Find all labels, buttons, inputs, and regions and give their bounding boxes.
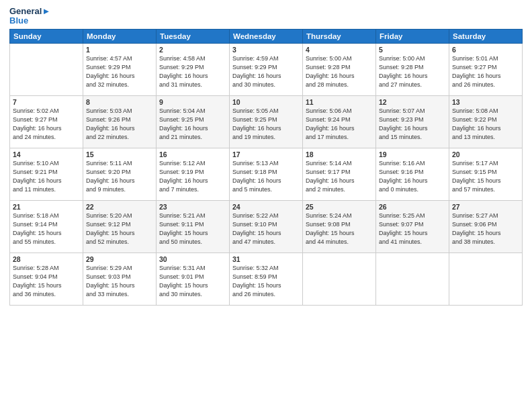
calendar-cell: 7Sunrise: 5:02 AM Sunset: 9:27 PM Daylig…: [10, 95, 83, 148]
calendar-cell: 2Sunrise: 4:58 AM Sunset: 9:29 PM Daylig…: [157, 43, 230, 95]
day-info: Sunrise: 5:29 AM Sunset: 9:03 PM Dayligh…: [86, 264, 153, 299]
calendar-cell: [303, 253, 376, 305]
calendar-cell: 24Sunrise: 5:22 AM Sunset: 9:10 PM Dayli…: [230, 200, 303, 253]
day-info: Sunrise: 5:20 AM Sunset: 9:12 PM Dayligh…: [86, 212, 153, 246]
day-info: Sunrise: 5:03 AM Sunset: 9:26 PM Dayligh…: [86, 107, 153, 142]
day-number: 11: [306, 98, 373, 106]
day-info: Sunrise: 5:10 AM Sunset: 9:21 PM Dayligh…: [13, 159, 80, 194]
day-number: 20: [452, 150, 519, 158]
header-row: SundayMondayTuesdayWednesdayThursdayFrid…: [10, 29, 523, 43]
day-info: Sunrise: 5:01 AM Sunset: 9:27 PM Dayligh…: [452, 54, 519, 89]
day-number: 3: [232, 46, 300, 54]
day-number: 4: [306, 46, 373, 54]
header: General► Blue: [9, 7, 523, 26]
day-info: Sunrise: 5:06 AM Sunset: 9:24 PM Dayligh…: [306, 107, 373, 142]
calendar-cell: 26Sunrise: 5:25 AM Sunset: 9:07 PM Dayli…: [376, 200, 449, 253]
day-info: Sunrise: 4:57 AM Sunset: 9:29 PM Dayligh…: [86, 54, 153, 89]
calendar-cell: 9Sunrise: 5:04 AM Sunset: 9:25 PM Daylig…: [157, 95, 230, 148]
day-info: Sunrise: 5:25 AM Sunset: 9:07 PM Dayligh…: [379, 212, 446, 246]
calendar-cell: 29Sunrise: 5:29 AM Sunset: 9:03 PM Dayli…: [83, 253, 157, 305]
calendar-week-2: 7Sunrise: 5:02 AM Sunset: 9:27 PM Daylig…: [10, 95, 523, 148]
calendar-cell: 14Sunrise: 5:10 AM Sunset: 9:21 PM Dayli…: [10, 148, 83, 200]
day-info: Sunrise: 5:16 AM Sunset: 9:16 PM Dayligh…: [379, 159, 446, 194]
calendar-week-1: 1Sunrise: 4:57 AM Sunset: 9:29 PM Daylig…: [10, 43, 523, 95]
day-info: Sunrise: 5:31 AM Sunset: 9:01 PM Dayligh…: [159, 264, 226, 299]
day-number: 23: [159, 203, 226, 211]
day-info: Sunrise: 5:24 AM Sunset: 9:08 PM Dayligh…: [306, 212, 373, 246]
day-info: Sunrise: 5:14 AM Sunset: 9:17 PM Dayligh…: [306, 159, 373, 194]
day-info: Sunrise: 4:59 AM Sunset: 9:29 PM Dayligh…: [232, 54, 300, 89]
logo-blue: Blue: [9, 16, 50, 26]
calendar-cell: 31Sunrise: 5:32 AM Sunset: 8:59 PM Dayli…: [230, 253, 303, 305]
day-number: 25: [306, 203, 373, 211]
day-info: Sunrise: 5:17 AM Sunset: 9:15 PM Dayligh…: [452, 159, 519, 194]
calendar-cell: 4Sunrise: 5:00 AM Sunset: 9:28 PM Daylig…: [303, 43, 376, 95]
header-cell-monday: Monday: [83, 29, 157, 43]
logo-general: General►: [9, 7, 50, 16]
day-info: Sunrise: 5:04 AM Sunset: 9:25 PM Dayligh…: [159, 107, 226, 142]
day-info: Sunrise: 5:27 AM Sunset: 9:06 PM Dayligh…: [452, 212, 519, 246]
calendar-cell: 5Sunrise: 5:00 AM Sunset: 9:28 PM Daylig…: [376, 43, 449, 95]
day-number: 12: [379, 98, 446, 106]
calendar-week-5: 28Sunrise: 5:28 AM Sunset: 9:04 PM Dayli…: [10, 253, 523, 305]
day-number: 30: [159, 255, 226, 263]
day-number: 17: [232, 150, 300, 158]
calendar-cell: 25Sunrise: 5:24 AM Sunset: 9:08 PM Dayli…: [303, 200, 376, 253]
day-number: 14: [13, 150, 80, 158]
header-cell-saturday: Saturday: [449, 29, 523, 43]
day-info: Sunrise: 5:05 AM Sunset: 9:25 PM Dayligh…: [232, 107, 300, 142]
calendar-table: SundayMondayTuesdayWednesdayThursdayFrid…: [9, 29, 523, 306]
calendar-cell: 23Sunrise: 5:21 AM Sunset: 9:11 PM Dayli…: [157, 200, 230, 253]
day-number: 8: [86, 98, 153, 106]
day-number: 18: [306, 150, 373, 158]
calendar-cell: 6Sunrise: 5:01 AM Sunset: 9:27 PM Daylig…: [449, 43, 523, 95]
day-info: Sunrise: 5:11 AM Sunset: 9:20 PM Dayligh…: [86, 159, 153, 194]
day-info: Sunrise: 4:58 AM Sunset: 9:29 PM Dayligh…: [159, 54, 226, 89]
calendar-cell: 30Sunrise: 5:31 AM Sunset: 9:01 PM Dayli…: [157, 253, 230, 305]
day-number: 13: [452, 98, 519, 106]
day-number: 6: [452, 46, 519, 54]
calendar-cell: 1Sunrise: 4:57 AM Sunset: 9:29 PM Daylig…: [83, 43, 157, 95]
calendar-cell: 17Sunrise: 5:13 AM Sunset: 9:18 PM Dayli…: [230, 148, 303, 200]
calendar-cell: 28Sunrise: 5:28 AM Sunset: 9:04 PM Dayli…: [10, 253, 83, 305]
calendar-cell: 27Sunrise: 5:27 AM Sunset: 9:06 PM Dayli…: [449, 200, 523, 253]
day-info: Sunrise: 5:18 AM Sunset: 9:14 PM Dayligh…: [13, 212, 80, 246]
day-info: Sunrise: 5:07 AM Sunset: 9:23 PM Dayligh…: [379, 107, 446, 142]
day-info: Sunrise: 5:00 AM Sunset: 9:28 PM Dayligh…: [306, 54, 373, 89]
calendar-cell: 16Sunrise: 5:12 AM Sunset: 9:19 PM Dayli…: [157, 148, 230, 200]
calendar-cell: 15Sunrise: 5:11 AM Sunset: 9:20 PM Dayli…: [83, 148, 157, 200]
day-info: Sunrise: 5:21 AM Sunset: 9:11 PM Dayligh…: [159, 212, 226, 246]
day-info: Sunrise: 5:28 AM Sunset: 9:04 PM Dayligh…: [13, 264, 80, 299]
calendar-page: General► Blue SundayMondayTuesdayWednesd…: [0, 0, 532, 411]
calendar-week-3: 14Sunrise: 5:10 AM Sunset: 9:21 PM Dayli…: [10, 148, 523, 200]
day-info: Sunrise: 5:02 AM Sunset: 9:27 PM Dayligh…: [13, 107, 80, 142]
day-number: 7: [13, 98, 80, 106]
calendar-cell: 21Sunrise: 5:18 AM Sunset: 9:14 PM Dayli…: [10, 200, 83, 253]
calendar-cell: 11Sunrise: 5:06 AM Sunset: 9:24 PM Dayli…: [303, 95, 376, 148]
day-number: 31: [232, 255, 300, 263]
calendar-cell: 22Sunrise: 5:20 AM Sunset: 9:12 PM Dayli…: [83, 200, 157, 253]
calendar-cell: 20Sunrise: 5:17 AM Sunset: 9:15 PM Dayli…: [449, 148, 523, 200]
day-number: 28: [13, 255, 80, 263]
day-info: Sunrise: 5:22 AM Sunset: 9:10 PM Dayligh…: [232, 212, 300, 246]
day-number: 1: [86, 46, 153, 54]
calendar-cell: [376, 253, 449, 305]
day-info: Sunrise: 5:12 AM Sunset: 9:19 PM Dayligh…: [159, 159, 226, 194]
day-number: 19: [379, 150, 446, 158]
day-number: 29: [86, 255, 153, 263]
calendar-cell: 10Sunrise: 5:05 AM Sunset: 9:25 PM Dayli…: [230, 95, 303, 148]
calendar-cell: [449, 253, 523, 305]
day-number: 9: [159, 98, 226, 106]
calendar-cell: 8Sunrise: 5:03 AM Sunset: 9:26 PM Daylig…: [83, 95, 157, 148]
header-cell-wednesday: Wednesday: [230, 29, 303, 43]
day-info: Sunrise: 5:13 AM Sunset: 9:18 PM Dayligh…: [232, 159, 300, 194]
calendar-cell: 13Sunrise: 5:08 AM Sunset: 9:22 PM Dayli…: [449, 95, 523, 148]
calendar-cell: 19Sunrise: 5:16 AM Sunset: 9:16 PM Dayli…: [376, 148, 449, 200]
calendar-week-4: 21Sunrise: 5:18 AM Sunset: 9:14 PM Dayli…: [10, 200, 523, 253]
day-info: Sunrise: 5:00 AM Sunset: 9:28 PM Dayligh…: [379, 54, 446, 89]
header-cell-thursday: Thursday: [303, 29, 376, 43]
calendar-cell: 18Sunrise: 5:14 AM Sunset: 9:17 PM Dayli…: [303, 148, 376, 200]
header-cell-friday: Friday: [376, 29, 449, 43]
day-number: 15: [86, 150, 153, 158]
logo: General► Blue: [9, 7, 50, 26]
